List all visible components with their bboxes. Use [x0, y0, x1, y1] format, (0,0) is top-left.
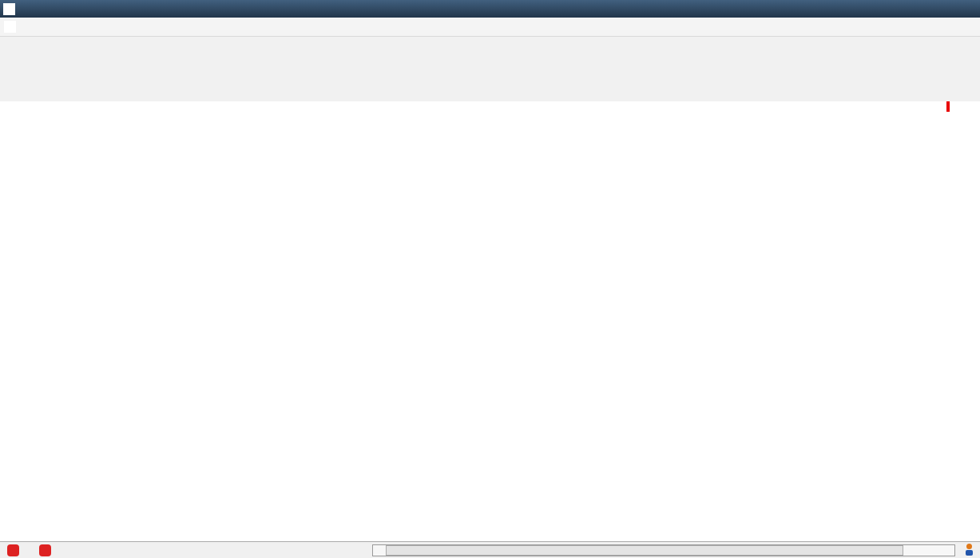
menu-logo-icon [4, 21, 16, 33]
alert-icon[interactable] [963, 544, 974, 556]
shanghai-badge-icon [7, 544, 19, 556]
shenzhen-badge-icon [39, 544, 51, 556]
title-bar [0, 0, 980, 18]
status-bar [0, 541, 980, 558]
scroll-right-icon[interactable] [943, 545, 954, 556]
scroll-left-icon[interactable] [373, 545, 384, 556]
main-toolbar [0, 37, 980, 62]
cursor-date-badge [946, 101, 950, 112]
menu-bar [0, 18, 980, 37]
navigation-toolbar [0, 61, 980, 82]
horizontal-scrollbar[interactable] [372, 544, 955, 556]
price-chart-svg[interactable] [0, 101, 980, 541]
drawing-toolbar [0, 82, 980, 102]
app-logo-icon [3, 3, 15, 15]
scrollbar-thumb[interactable] [386, 545, 903, 556]
chart-area[interactable] [0, 101, 980, 541]
